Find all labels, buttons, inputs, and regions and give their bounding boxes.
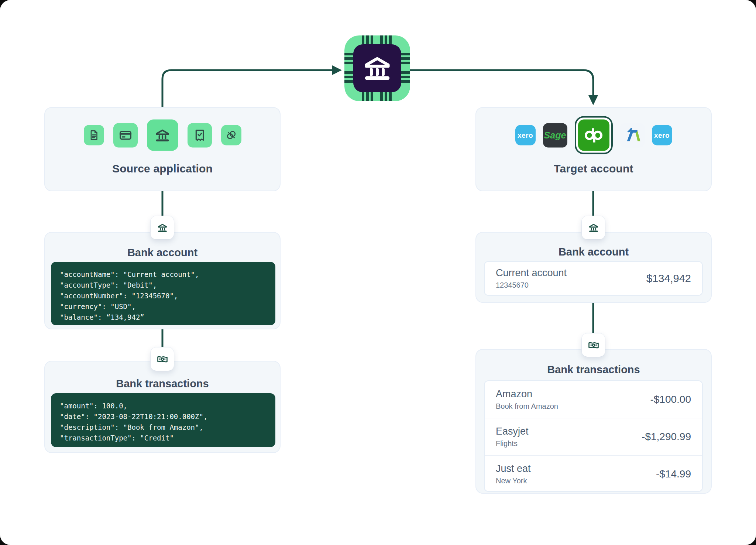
code-line: "transactionType": "Credit" [60, 433, 272, 443]
source-bank-account-card: Bank account "accountName": "Current acc… [44, 232, 281, 329]
bank-icon [156, 222, 169, 234]
code-line: "description": "Book from Amazon", [60, 422, 272, 433]
code-line: "accountNumber": "12345670", [60, 291, 272, 301]
credit-card-icon[interactable] [113, 123, 138, 147]
transaction-row: Amazon Book from Amazon -$100.00 [485, 381, 702, 418]
receipt-check-icon[interactable] [188, 123, 212, 147]
transaction-description: Flights [496, 439, 529, 448]
sync-icon[interactable] [221, 125, 241, 145]
account-number: 12345670 [496, 281, 567, 289]
xero-logo: xero [518, 131, 533, 139]
banknote-icon [156, 353, 169, 366]
transaction-name: Just eat [496, 463, 531, 474]
transaction-name: Easyjet [496, 426, 529, 437]
diagram-canvas: Source application xero Sage [0, 0, 756, 545]
xero-logo: xero [654, 131, 670, 139]
account-name: Current account [496, 267, 567, 279]
xero-app-icon[interactable]: xero [652, 125, 672, 145]
bank-icon[interactable] [147, 120, 178, 151]
banknote-badge [151, 347, 174, 371]
connector-hub-to-target [410, 70, 593, 96]
source-panel-title: Source application [45, 162, 280, 175]
transaction-description: Book from Amazon [496, 402, 558, 411]
code-line: "accountName": "Current account", [60, 269, 272, 280]
transaction-amount: -$14.99 [656, 468, 691, 480]
target-account-panel: xero Sage xero Target a [475, 107, 712, 191]
code-line: "amount": 100.0, [60, 401, 272, 411]
bank-badge [582, 216, 605, 239]
account-balance: $134,942 [646, 272, 691, 285]
source-bank-transactions-card: Bank transactions "amount": 100.0, "date… [44, 361, 281, 453]
transaction-row: Easyjet Flights -$1,290.99 [485, 418, 702, 456]
chip-pins-icon [380, 92, 392, 101]
chip-pins-icon [362, 92, 373, 101]
code-line: "accountType": "Debit", [60, 280, 272, 291]
card-title: Bank transactions [476, 364, 711, 376]
bank-badge [151, 216, 174, 239]
arrowhead-right-icon [332, 65, 342, 75]
chip-pins-icon [401, 71, 410, 83]
bank-chip-icon [344, 35, 410, 101]
source-application-panel: Source application [44, 107, 281, 191]
banknote-icon [587, 339, 600, 352]
card-title: Bank account [476, 246, 711, 258]
bank-icon [587, 222, 600, 234]
freeagent-logo [624, 127, 641, 144]
arrowhead-down-icon [588, 95, 598, 105]
code-line: "currency": "USD", [60, 301, 272, 312]
transaction-name: Amazon [496, 388, 558, 400]
transaction-amount: -$100.00 [650, 394, 691, 405]
transactions-list: Amazon Book from Amazon -$100.00 Easyjet… [484, 380, 703, 492]
quickbooks-app-selected[interactable] [575, 116, 613, 154]
freeagent-app-icon[interactable] [620, 123, 645, 147]
connector-source-to-hub [162, 70, 332, 108]
quickbooks-logo [578, 120, 609, 151]
card-title: Bank account [45, 247, 280, 259]
target-panel-title: Target account [476, 162, 711, 175]
xero-app-icon[interactable]: xero [515, 125, 536, 145]
bank-account-json: "accountName": "Current account", "accou… [51, 262, 275, 325]
code-line: "date": "2023-08-22T10:21:00.000Z", [60, 411, 272, 422]
sage-logo: Sage [544, 130, 566, 141]
chip-pins-icon [344, 71, 353, 83]
card-title: Bank transactions [45, 378, 280, 390]
bank-transaction-json: "amount": 100.0, "date": "2023-08-22T10:… [51, 393, 275, 447]
chip-pins-icon [362, 35, 373, 44]
code-line: "balance": “134,942” [60, 312, 272, 323]
account-summary-row: Current account 12345670 $134,942 [484, 261, 703, 296]
target-app-row: xero Sage xero [476, 116, 711, 154]
source-icon-row [45, 120, 280, 151]
sage-app-icon[interactable]: Sage [543, 123, 567, 147]
chip-pins-icon [344, 53, 353, 64]
transaction-row: Just eat New York -$14.99 [485, 456, 702, 493]
document-icon[interactable] [84, 125, 104, 145]
bank-icon [360, 51, 395, 86]
banknote-badge [582, 333, 605, 357]
chip-pins-icon [380, 35, 392, 44]
chip-core [353, 44, 401, 92]
transaction-description: New York [496, 477, 531, 485]
chip-pins-icon [401, 53, 410, 64]
transaction-amount: -$1,290.99 [642, 431, 691, 443]
